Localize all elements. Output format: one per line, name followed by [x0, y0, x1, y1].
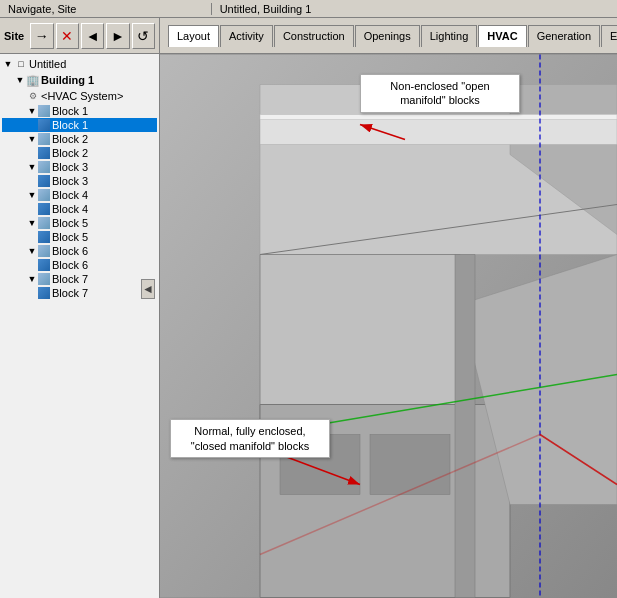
expand-block2[interactable]: ▼ [26, 133, 38, 145]
svg-marker-2 [510, 85, 617, 235]
svg-rect-0 [160, 55, 617, 598]
tree-block6-parent-label: Block 6 [52, 245, 88, 257]
svg-line-16 [360, 125, 405, 140]
svg-marker-7 [460, 255, 617, 505]
tree-block6-child[interactable]: Block 6 [2, 258, 157, 272]
tree-block2-child-label: Block 2 [52, 147, 88, 159]
tree-block4-child[interactable]: Block 4 [2, 202, 157, 216]
expand-block7[interactable]: ▼ [26, 273, 38, 285]
expand-block1[interactable]: ▼ [26, 105, 38, 117]
svg-marker-8 [455, 255, 475, 598]
tree-root[interactable]: ▼ □ Untitled [2, 56, 157, 72]
tree-block7-parent[interactable]: ▼ Block 7 [2, 272, 157, 286]
expand-root[interactable]: ▼ [2, 58, 14, 70]
building-icon: 🏢 [26, 73, 40, 87]
collapse-panel-arrow[interactable]: ◄ [141, 279, 155, 299]
tab-openings[interactable]: Openings [355, 25, 420, 47]
bottom-callout-box: Normal, fully enclosed, "closed manifold… [170, 419, 330, 458]
main-content: ▼ □ Untitled ▼ 🏢 Building 1 ⚙ <HVAC Syst… [0, 54, 617, 598]
svg-line-18 [280, 455, 360, 485]
tab-hvac[interactable]: HVAC [478, 25, 526, 47]
tab-construction[interactable]: Construction [274, 25, 354, 47]
tree-panel: ▼ □ Untitled ▼ 🏢 Building 1 ⚙ <HVAC Syst… [0, 54, 159, 598]
svg-marker-3 [260, 115, 617, 145]
top-callout-text: Non-enclosed "open manifold" blocks [390, 80, 489, 106]
expand-block6[interactable]: ▼ [26, 245, 38, 257]
tree-block5-parent-label: Block 5 [52, 217, 88, 229]
tree-block5-child[interactable]: Block 5 [2, 230, 157, 244]
expand-building[interactable]: ▼ [14, 74, 26, 86]
folder-icon: □ [14, 57, 28, 71]
tree-root-label: Untitled [29, 58, 66, 70]
toolbar-right: Layout Activity Construction Openings Li… [160, 23, 617, 49]
tree-hvac[interactable]: ⚙ <HVAC System> [2, 88, 157, 104]
block-icon-5 [38, 217, 50, 229]
block-child-icon-7 [38, 287, 50, 299]
right-title: Untitled, Building 1 [212, 3, 617, 15]
tree-building-label: Building 1 [41, 74, 94, 86]
block-child-icon-2 [38, 147, 50, 159]
block-icon-7 [38, 273, 50, 285]
right-panel-3d[interactable]: Non-enclosed "open manifold" blocks Norm… [160, 54, 617, 598]
block-icon-4 [38, 189, 50, 201]
tree-block1-parent-label: Block 1 [52, 105, 88, 117]
block-child-icon-4 [38, 203, 50, 215]
tree-block2-parent[interactable]: ▼ Block 2 [2, 132, 157, 146]
svg-marker-4 [260, 115, 617, 120]
tree-block1-parent[interactable]: ▼ Block 1 [2, 104, 157, 118]
site-label: Site [4, 30, 24, 42]
tree-block5-parent[interactable]: ▼ Block 5 [2, 216, 157, 230]
expand-block3[interactable]: ▼ [26, 161, 38, 173]
tab-layout[interactable]: Layout [168, 25, 219, 47]
3d-view-svg [160, 54, 617, 598]
top-callout-box: Non-enclosed "open manifold" blocks [360, 74, 520, 113]
back-button[interactable]: ◄ [81, 23, 104, 49]
block-icon-1 [38, 105, 50, 117]
tree-block5-child-label: Block 5 [52, 231, 88, 243]
tree-block3-parent[interactable]: ▼ Block 3 [2, 160, 157, 174]
tree-block4-parent[interactable]: ▼ Block 4 [2, 188, 157, 202]
expand-block5[interactable]: ▼ [26, 217, 38, 229]
title-bar: Navigate, Site Untitled, Building 1 [0, 0, 617, 18]
block-child-icon-6 [38, 259, 50, 271]
block-icon-2 [38, 133, 50, 145]
tree-block6-child-label: Block 6 [52, 259, 88, 271]
tab-econo[interactable]: Econo [601, 25, 617, 47]
tab-bar: Layout Activity Construction Openings Li… [164, 25, 617, 47]
tree-block4-child-label: Block 4 [52, 203, 88, 215]
tab-generation[interactable]: Generation [528, 25, 600, 47]
tree-block7-child[interactable]: Block 7 [2, 286, 157, 300]
expand-block4[interactable]: ▼ [26, 189, 38, 201]
block-icon-3 [38, 161, 50, 173]
block-child-icon-3 [38, 175, 50, 187]
close-button[interactable]: ✕ [56, 23, 79, 49]
svg-line-11 [260, 205, 617, 255]
refresh-button[interactable]: ↺ [132, 23, 155, 49]
tree-block6-parent[interactable]: ▼ Block 6 [2, 244, 157, 258]
tree-block3-child-label: Block 3 [52, 175, 88, 187]
tree-block2-parent-label: Block 2 [52, 133, 88, 145]
tree-block2-child[interactable]: Block 2 [2, 146, 157, 160]
tree-hvac-label: <HVAC System> [41, 90, 123, 102]
left-panel: ▼ □ Untitled ▼ 🏢 Building 1 ⚙ <HVAC Syst… [0, 54, 160, 598]
tree-building[interactable]: ▼ 🏢 Building 1 [2, 72, 157, 88]
tab-lighting[interactable]: Lighting [421, 25, 478, 47]
tree-block3-parent-label: Block 3 [52, 161, 88, 173]
svg-line-14 [540, 435, 617, 485]
tree-block1-child-label: Block 1 [52, 119, 88, 131]
navigate-forward-button[interactable]: → [30, 23, 53, 49]
svg-rect-10 [370, 435, 450, 495]
block-icon-6 [38, 245, 50, 257]
tree-block7-parent-label: Block 7 [52, 273, 88, 285]
block-child-icon-1 [38, 119, 50, 131]
toolbar-row: Site → ✕ ◄ ► ↺ Layout Activity Construct… [0, 18, 617, 54]
tab-activity[interactable]: Activity [220, 25, 273, 47]
forward-button[interactable]: ► [106, 23, 129, 49]
hvac-icon: ⚙ [26, 89, 40, 103]
block-child-icon-5 [38, 231, 50, 243]
bottom-callout-text: Normal, fully enclosed, "closed manifold… [191, 425, 309, 451]
toolbar-left: Site → ✕ ◄ ► ↺ [0, 18, 160, 53]
tree-block3-child[interactable]: Block 3 [2, 174, 157, 188]
tree-block4-parent-label: Block 4 [52, 189, 88, 201]
tree-block1-child[interactable]: Block 1 [2, 118, 157, 132]
